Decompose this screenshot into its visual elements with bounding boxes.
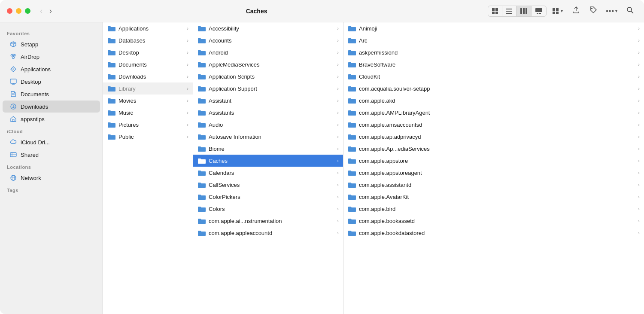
col-item-label: Assistant <box>209 98 335 104</box>
col2-item-1[interactable]: Accounts › <box>193 34 343 46</box>
col3-item-3[interactable]: BraveSoftware › <box>343 58 644 70</box>
col3-item-4[interactable]: CloudKit › <box>343 70 644 82</box>
share-button[interactable] <box>569 4 583 18</box>
chevron-icon: › <box>337 122 339 127</box>
chevron-icon: › <box>337 170 339 175</box>
sidebar-item-downloads[interactable]: Downloads <box>3 101 100 113</box>
downloads-icon <box>9 103 17 110</box>
col3-item-8[interactable]: com.apple.amsaccountsd › <box>343 119 644 131</box>
col3-item-0[interactable]: Animoji › <box>343 22 644 34</box>
chevron-icon: › <box>337 194 339 199</box>
sidebar-label-icloud-drive: iCloud Dri... <box>21 139 50 146</box>
sidebar-item-icloud-drive[interactable]: iCloud Dri... <box>3 136 100 148</box>
sidebar-item-shared[interactable]: Shared <box>3 149 100 161</box>
col-item-label: com.apple.ai...nstrumentation <box>209 218 335 224</box>
chevron-icon: › <box>337 62 339 67</box>
search-button[interactable] <box>623 4 637 18</box>
folder-icon <box>107 121 116 128</box>
col2-item-15[interactable]: Colors › <box>193 203 343 215</box>
col3-item-7[interactable]: com.apple.AMPLibraryAgent › <box>343 107 644 119</box>
chevron-icon: › <box>638 110 640 115</box>
column-view-button[interactable] <box>516 6 532 16</box>
list-view-button[interactable] <box>502 6 516 16</box>
col3-item-9[interactable]: com.apple.ap.adprivacyd › <box>343 131 644 143</box>
col3-item-11[interactable]: com.apple.appstore › <box>343 155 644 167</box>
col1-item-4[interactable]: Downloads › <box>103 70 193 82</box>
col2-item-9[interactable]: Autosave Information › <box>193 131 343 143</box>
col1-item-1[interactable]: Databases › <box>103 34 193 46</box>
col3-item-16[interactable]: com.apple.bookassetd › <box>343 215 644 227</box>
col3-item-15[interactable]: com.apple.bird › <box>343 203 644 215</box>
col1-item-6[interactable]: Movies › <box>103 95 193 107</box>
group-icon <box>553 8 559 14</box>
svg-point-20 <box>12 57 15 59</box>
more-chevron: ▾ <box>615 9 617 13</box>
col3-item-10[interactable]: com.apple.Ap...ediaServices › <box>343 143 644 155</box>
col2-item-11[interactable]: Caches › <box>193 155 343 167</box>
grid-view-button[interactable] <box>488 6 502 16</box>
col3-item-1[interactable]: Arc › <box>343 34 644 46</box>
sidebar-item-airdrop[interactable]: AirDrop <box>3 51 100 63</box>
col3-item-5[interactable]: com.acqualia.soulver-setapp › <box>343 82 644 95</box>
folder-icon <box>348 157 356 164</box>
group-button[interactable]: ▾ <box>549 6 566 16</box>
more-button[interactable]: ••• ▾ <box>603 6 620 17</box>
col2-item-13[interactable]: CallServices › <box>193 179 343 191</box>
tag-button[interactable] <box>586 4 601 18</box>
desktop-icon <box>9 78 17 85</box>
col3-item-6[interactable]: com.apple.akd › <box>343 95 644 107</box>
col2-item-2[interactable]: Android › <box>193 46 343 58</box>
svg-rect-5 <box>506 11 512 12</box>
chevron-icon: › <box>337 38 339 43</box>
col2-item-16[interactable]: com.apple.ai...nstrumentation › <box>193 215 343 227</box>
grid-icon <box>492 8 498 14</box>
col-item-label: com.apple.appstoreagent <box>359 170 636 176</box>
gallery-view-button[interactable] <box>532 6 546 16</box>
col3-item-17[interactable]: com.apple.bookdatastored › <box>343 227 644 239</box>
sidebar-item-applications[interactable]: Applications <box>3 63 100 75</box>
sidebar-item-desktop[interactable]: Desktop <box>3 76 100 88</box>
col1-item-5[interactable]: Library › <box>103 82 193 95</box>
sidebar-item-network[interactable]: Network <box>3 172 100 184</box>
col-item-label: com.apple.AvatarKit <box>359 194 636 200</box>
col1-item-9[interactable]: Public › <box>103 131 193 143</box>
col-item-label: Animoji <box>359 25 636 32</box>
close-button[interactable] <box>7 8 12 14</box>
sidebar-item-setapp[interactable]: Setapp <box>3 38 100 50</box>
col1-item-2[interactable]: Desktop › <box>103 46 193 58</box>
chevron-icon: › <box>638 194 640 199</box>
col3-item-14[interactable]: com.apple.AvatarKit › <box>343 191 644 203</box>
col2-item-10[interactable]: Biome › <box>193 143 343 155</box>
search-icon <box>626 6 634 14</box>
col1-item-8[interactable]: Pictures › <box>103 119 193 131</box>
col2-item-6[interactable]: Assistant › <box>193 95 343 107</box>
col3-item-13[interactable]: com.apple.assistantd › <box>343 179 644 191</box>
col2-item-7[interactable]: Assistants › <box>193 107 343 119</box>
col2-item-5[interactable]: Application Support › <box>193 82 343 95</box>
col2-item-17[interactable]: com.apple.appleaccountd › <box>193 227 343 239</box>
col1-item-0[interactable]: Applications › <box>103 22 193 34</box>
col1-item-3[interactable]: Documents › <box>103 58 193 70</box>
folder-icon <box>348 229 356 236</box>
col1-item-7[interactable]: Music › <box>103 107 193 119</box>
col-item-label: com.apple.bookassetd <box>359 218 636 224</box>
col3-item-12[interactable]: com.apple.appstoreagent › <box>343 167 644 179</box>
title-bar: ‹ › Caches <box>0 0 644 22</box>
svg-rect-26 <box>12 119 14 122</box>
col-item-label: Accounts <box>209 37 335 44</box>
col2-item-12[interactable]: Calendars › <box>193 167 343 179</box>
sidebar-label-documents: Documents <box>21 91 49 98</box>
sidebar-item-documents[interactable]: Documents <box>3 88 100 100</box>
svg-rect-0 <box>492 8 495 11</box>
minimize-button[interactable] <box>16 8 21 14</box>
col3-item-2[interactable]: askpermissiond › <box>343 46 644 58</box>
col2-item-14[interactable]: ColorPickers › <box>193 191 343 203</box>
col2-item-8[interactable]: Audio › <box>193 119 343 131</box>
svg-rect-1 <box>495 8 498 11</box>
sidebar-item-appsntips[interactable]: appsntips <box>3 113 100 125</box>
svg-rect-14 <box>556 8 559 11</box>
col2-item-0[interactable]: Accessibility › <box>193 22 343 34</box>
chevron-icon: › <box>337 158 339 163</box>
col2-item-3[interactable]: AppleMediaServices › <box>193 58 343 70</box>
col2-item-4[interactable]: Application Scripts › <box>193 70 343 82</box>
